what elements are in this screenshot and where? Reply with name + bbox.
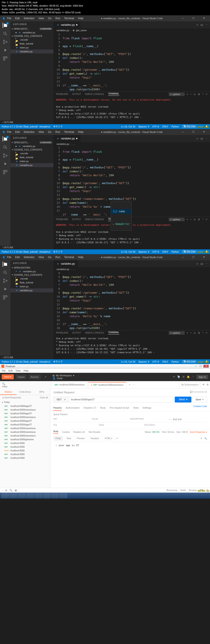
menu-file[interactable]: File <box>2 369 6 372</box>
resp-tab-headers[interactable]: Headers (4) <box>73 431 85 433</box>
heart-icon[interactable]: ♡ <box>192 376 194 378</box>
maximize-panel-icon[interactable]: ^ <box>202 93 203 95</box>
menu-view[interactable]: View <box>37 130 46 134</box>
menu-selection[interactable]: Selection <box>22 255 36 260</box>
menu-edit[interactable]: Edit <box>9 369 13 372</box>
terminal-selector[interactable]: 1: python <box>169 218 185 221</box>
extensions-icon[interactable] <box>3 170 8 175</box>
maximize-panel-icon[interactable]: ^ <box>202 218 203 220</box>
close-panel-icon[interactable]: ✕ <box>206 218 207 220</box>
maximize-button[interactable]: ☐ <box>189 130 198 134</box>
outline-header[interactable]: ›OUTLINE <box>0 246 53 249</box>
history-item[interactable]: GETlocalhost:5000 <box>0 452 50 456</box>
env-settings-icon[interactable]: ⚙ <box>206 383 209 386</box>
status-python[interactable]: Python 3.7.2 32-bit ('flask_tutorial': v… <box>2 125 50 128</box>
source-control-icon[interactable] <box>3 39 8 44</box>
request-tab[interactable]: GETlocalhost:5500/name/arun <box>52 382 87 387</box>
breadcrumb[interactable]: variables.py›... <box>53 142 210 146</box>
status-problems[interactable]: ⊗ 0 ⚠ 0 <box>53 125 62 128</box>
status-golive[interactable]: 📡 Go Live <box>182 125 197 128</box>
explorer-icon[interactable] <box>3 262 8 267</box>
search-icon[interactable] <box>3 31 8 36</box>
search-icon[interactable] <box>3 145 8 150</box>
menu-help[interactable]: Help <box>24 369 29 372</box>
panel-tab-problems[interactable]: PROBLEMS <box>56 93 68 95</box>
new-terminal-icon[interactable]: + <box>190 218 191 220</box>
import-button[interactable]: Import <box>16 374 27 380</box>
history-item[interactable]: GETlocalhost:5500/name/arun <box>0 426 50 430</box>
open-editor-item[interactable]: ●◆variables.py <box>11 30 53 34</box>
status-spaces[interactable]: Spaces: 4 <box>139 250 149 253</box>
taskbar-item[interactable] <box>35 493 42 498</box>
settings-icon[interactable]: ⚙ <box>182 376 185 378</box>
taskbar-item[interactable] <box>43 493 51 498</box>
status-encoding[interactable]: UTF-8 <box>152 125 159 128</box>
menu-help[interactable]: Help <box>76 130 85 134</box>
open-editor-item[interactable]: ●◆variables.py <box>11 144 53 148</box>
new-terminal-icon[interactable]: + <box>190 93 191 95</box>
history-item[interactable]: GETlocalhost:5000 <box>0 456 50 460</box>
menu-view[interactable]: View <box>16 369 21 372</box>
status-encoding[interactable]: UTF-8 <box>152 250 159 253</box>
find-icon[interactable]: 🔍 <box>10 489 13 492</box>
params-more-icon[interactable]: ⋯ <box>169 418 172 421</box>
view-raw[interactable]: Raw <box>65 436 73 441</box>
split-terminal-icon[interactable]: ⫿⫿ <box>194 93 196 95</box>
close-button[interactable]: ✕ <box>199 255 208 260</box>
folder-flask[interactable]: ▸ 📁flask_tutorial <box>11 42 53 46</box>
new-button[interactable]: New ▾ <box>2 374 14 380</box>
run-icon[interactable]: ▷ <box>197 262 198 265</box>
view-pretty[interactable]: Pretty <box>53 436 63 441</box>
menu-file[interactable]: File <box>5 130 13 134</box>
terminal-output[interactable]: Use a production WSGI server instead. * … <box>53 336 210 356</box>
save-button[interactable]: Save▾ <box>192 396 207 402</box>
split-icon[interactable]: ⫿⫿ <box>200 137 203 140</box>
sidebar-tab-history[interactable]: History <box>0 389 17 395</box>
code-editor[interactable]: 1234567891011121314151617 from flask imp… <box>53 146 210 217</box>
search-response-icon[interactable]: 🔍 <box>204 437 207 440</box>
run-icon[interactable]: ▷ <box>197 23 198 26</box>
tab-variables[interactable]: ◆variables.py <box>53 22 81 28</box>
browse-toggle[interactable]: Browse <box>189 489 197 492</box>
file-variables[interactable]: ◆variables.py <box>11 288 53 292</box>
add-tab-icon[interactable]: + <box>127 383 132 386</box>
panel-tab-output[interactable]: OUTPUT <box>72 218 81 220</box>
terminal-selector[interactable]: 1: python <box>169 92 185 96</box>
outline-header[interactable]: ›OUTLINE <box>0 356 53 359</box>
search-icon[interactable] <box>3 270 8 275</box>
resp-tab-tests[interactable]: Test Results <box>88 431 100 433</box>
split-terminal-icon[interactable]: ⫿⫿ <box>194 218 196 220</box>
history-item[interactable]: GETlocalhost:5500/name/arun <box>0 415 50 419</box>
open-editor-item[interactable]: ✕◆variables.py <box>11 270 53 273</box>
trash-icon[interactable]: 🗑 <box>198 93 200 95</box>
menu-terminal[interactable]: Terminal <box>62 16 76 21</box>
tab-options-icon[interactable]: ⋯ <box>133 383 135 386</box>
new-terminal-icon[interactable]: + <box>190 332 191 334</box>
file-index[interactable]: ◆index.py <box>11 159 53 163</box>
extensions-icon[interactable] <box>3 295 8 300</box>
status-eol[interactable]: CRLF <box>162 125 168 128</box>
req-tab-tests[interactable]: Tests <box>133 405 139 411</box>
wrap-icon[interactable]: ⏎ <box>116 437 118 440</box>
menu-edit[interactable]: Edit <box>13 16 22 21</box>
open-editors-header[interactable]: ▾OPEN EDITO...1 UNSAVED <box>11 141 53 144</box>
history-item[interactable]: GETlocalhost:5500 <box>0 441 50 445</box>
panel-tab-debug[interactable]: DEBUG CONSOLE <box>85 93 104 95</box>
split-icon[interactable]: ⫿⫿ <box>200 262 203 265</box>
invite-button[interactable]: 👤 Invite <box>50 377 171 380</box>
terminal-output[interactable]: WARNING: This is a development server. D… <box>53 97 210 120</box>
code-editor[interactable]: 1234567891011121314 from flask import Fl… <box>53 32 210 92</box>
status-spaces[interactable]: Spaces: 4 <box>139 125 149 128</box>
menu-file[interactable]: File <box>5 255 13 260</box>
menu-go[interactable]: Go <box>46 130 53 134</box>
extensions-icon[interactable] <box>3 56 8 61</box>
tab-variables[interactable]: ◆variables.py <box>53 260 78 267</box>
status-problems[interactable]: ⊗ 0 ⚠ 0 <box>53 360 62 363</box>
intellisense-popup[interactable]: [□]name ⚠NameError <box>111 201 132 230</box>
history-item[interactable]: GETlocalhost:5500/age/27 <box>0 412 50 415</box>
menu-help[interactable]: Help <box>76 16 85 21</box>
send-button[interactable]: Send▾ <box>175 396 191 402</box>
capture-icon[interactable]: 📡 <box>177 376 180 378</box>
req-tab-params[interactable]: Params <box>53 405 62 411</box>
sidebar-tab-collections[interactable]: Collections <box>17 389 33 395</box>
